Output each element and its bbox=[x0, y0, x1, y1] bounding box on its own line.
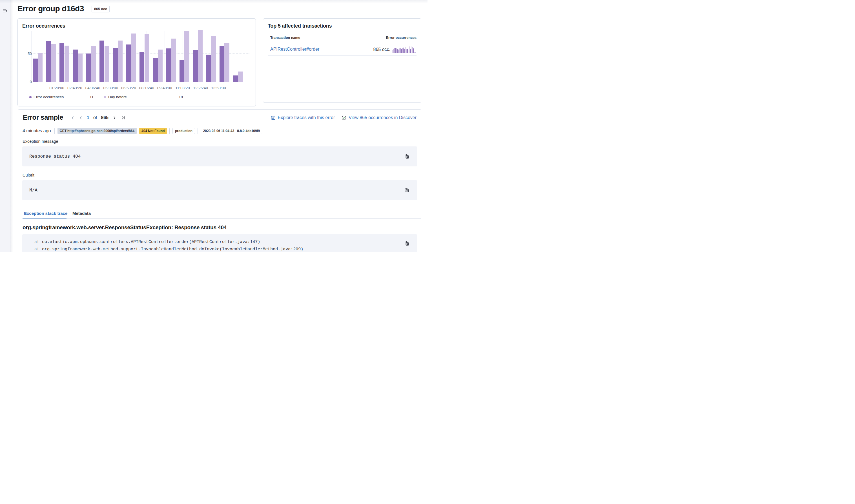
collapsed-nav-rail bbox=[0, 0, 11, 252]
last-page-button[interactable] bbox=[120, 114, 126, 121]
bar-previous-period bbox=[105, 46, 110, 82]
bar-previous-period bbox=[144, 34, 150, 82]
chart-gridline-x bbox=[111, 31, 111, 82]
x-axis-tick-label: 13:50:00 bbox=[211, 86, 226, 90]
tab-exception-stack-trace[interactable]: Exception stack trace bbox=[22, 209, 69, 218]
bar-current-period bbox=[33, 58, 38, 82]
transaction-link[interactable]: APIRestController#order bbox=[270, 47, 319, 52]
bar-current-period bbox=[153, 58, 158, 82]
x-axis-tick-label: 11:03:20 bbox=[175, 86, 190, 90]
sparkline-bar bbox=[408, 48, 408, 53]
culprit-block: N/A bbox=[22, 180, 417, 200]
occurrences-cell: 865 occ. bbox=[373, 47, 390, 52]
legend-dot bbox=[104, 96, 106, 98]
bar-previous-period bbox=[184, 31, 189, 82]
next-page-button[interactable] bbox=[111, 114, 118, 121]
chart-axis-left bbox=[31, 31, 32, 82]
copy-culprit-button[interactable] bbox=[403, 187, 410, 194]
bar-current-period bbox=[166, 49, 171, 82]
request-url-badge: GET http://opbeans-go-nsn:3000/api/order… bbox=[57, 128, 137, 134]
sparkline-bar bbox=[409, 47, 410, 53]
exception-message-label: Exception message bbox=[22, 139, 58, 144]
view-in-discover-label: View 865 occurrences in Discover bbox=[349, 115, 417, 120]
bar-previous-period bbox=[78, 54, 83, 82]
occurrences-count-badge: 865 occ bbox=[92, 6, 110, 12]
environment-badge: production bbox=[173, 128, 195, 134]
sparkline-bar bbox=[411, 47, 412, 53]
discover-compass-icon bbox=[342, 115, 346, 120]
active-tab-underline bbox=[22, 218, 67, 219]
sample-meta-row: 4 minutes ago GET http://opbeans-go-nsn:… bbox=[22, 128, 262, 134]
bar-current-period bbox=[193, 50, 198, 82]
x-axis-tick-label: 09:40:00 bbox=[157, 86, 172, 90]
bar-previous-period bbox=[65, 46, 70, 82]
bar-current-period bbox=[126, 44, 131, 82]
stack-frame-at: at bbox=[34, 240, 42, 245]
column-header-transaction-name[interactable]: Transaction name bbox=[270, 36, 300, 40]
legend-item-error-occurrences[interactable]: Error occurrences bbox=[29, 95, 64, 99]
previous-page-button[interactable] bbox=[77, 114, 84, 121]
sparkline-bar bbox=[406, 49, 407, 53]
tab-metadata[interactable]: Metadata bbox=[71, 209, 92, 218]
explore-traces-link[interactable]: Explore traces with this error bbox=[271, 115, 335, 120]
pagination-current: 1 bbox=[87, 115, 89, 120]
bar-current-period bbox=[46, 41, 51, 82]
sparkline-bar bbox=[402, 48, 403, 53]
sparkline-bar bbox=[396, 49, 397, 53]
table-row-rule bbox=[268, 55, 417, 56]
pagination-of: of bbox=[93, 115, 97, 120]
sample-time-ago: 4 minutes ago bbox=[22, 128, 51, 133]
x-axis-tick-label: 12:26:40 bbox=[193, 86, 208, 90]
error-occurrences-bar-chart: 01:20:0002:43:2004:06:4005:30:0006:53:20… bbox=[18, 19, 256, 106]
bar-previous-period bbox=[238, 72, 243, 82]
stack-trace-lines: at co.elastic.apm.opbeans.controllers.AP… bbox=[34, 238, 303, 252]
sparkline-bar bbox=[399, 49, 400, 53]
chart-baseline bbox=[31, 82, 250, 82]
table-header-rule bbox=[268, 43, 417, 43]
status-code-badge: 404 Not Found bbox=[139, 128, 167, 134]
exception-message-value: Response status 404 bbox=[29, 154, 81, 159]
copy-stack-trace-button[interactable] bbox=[403, 240, 410, 247]
bar-previous-period bbox=[198, 30, 203, 82]
bar-current-period bbox=[233, 75, 238, 82]
bar-current-period bbox=[100, 40, 105, 82]
bar-previous-period bbox=[51, 44, 56, 82]
x-axis-tick-label: 06:53:20 bbox=[121, 86, 136, 90]
bar-current-period bbox=[179, 60, 185, 82]
header-shadow bbox=[0, 0, 428, 3]
copy-exception-message-button[interactable] bbox=[403, 153, 410, 160]
occurrences-sparkline bbox=[392, 46, 416, 53]
sparkline-bar bbox=[414, 48, 414, 53]
explore-traces-label: Explore traces with this error bbox=[278, 115, 335, 120]
bar-previous-period bbox=[224, 43, 229, 82]
exception-stack-title: org.springframework.web.server.ResponseS… bbox=[22, 224, 227, 231]
expand-nav-button[interactable] bbox=[2, 7, 8, 14]
first-page-button[interactable] bbox=[69, 114, 75, 121]
sparkline-bar bbox=[398, 50, 398, 53]
chart-gridline-x bbox=[164, 31, 165, 82]
top-transactions-panel-title: Top 5 affected transactions bbox=[268, 23, 332, 29]
legend-item-day-before[interactable]: Day before bbox=[104, 95, 127, 99]
stack-frame-at: at bbox=[34, 247, 42, 252]
bar-current-period bbox=[139, 52, 144, 82]
column-header-error-occurrences[interactable]: Error occurrences bbox=[386, 36, 417, 40]
legend-label: Day before bbox=[108, 95, 127, 99]
bar-previous-period bbox=[38, 53, 43, 82]
bar-previous-period bbox=[91, 46, 96, 82]
culprit-value: N/A bbox=[29, 188, 37, 193]
legend-value: 18 bbox=[163, 95, 183, 99]
sparkline-bar bbox=[400, 49, 401, 53]
stack-frame: at org.springframework.web.method.suppor… bbox=[34, 246, 303, 252]
meta-separator bbox=[197, 128, 198, 134]
culprit-label: Culprit bbox=[22, 173, 34, 177]
sparkline-bar bbox=[404, 47, 404, 53]
x-axis-tick-label: 08:16:40 bbox=[139, 86, 154, 90]
top-transactions-panel: Top 5 affected transactions Transaction … bbox=[263, 18, 421, 103]
bar-previous-period bbox=[171, 39, 176, 82]
sparkline-bar bbox=[415, 52, 416, 53]
bar-current-period bbox=[113, 48, 118, 82]
bar-current-period bbox=[206, 55, 211, 82]
view-in-discover-link[interactable]: View 865 occurrences in Discover bbox=[342, 115, 417, 120]
meta-separator bbox=[169, 128, 170, 134]
bar-previous-period bbox=[118, 40, 123, 82]
